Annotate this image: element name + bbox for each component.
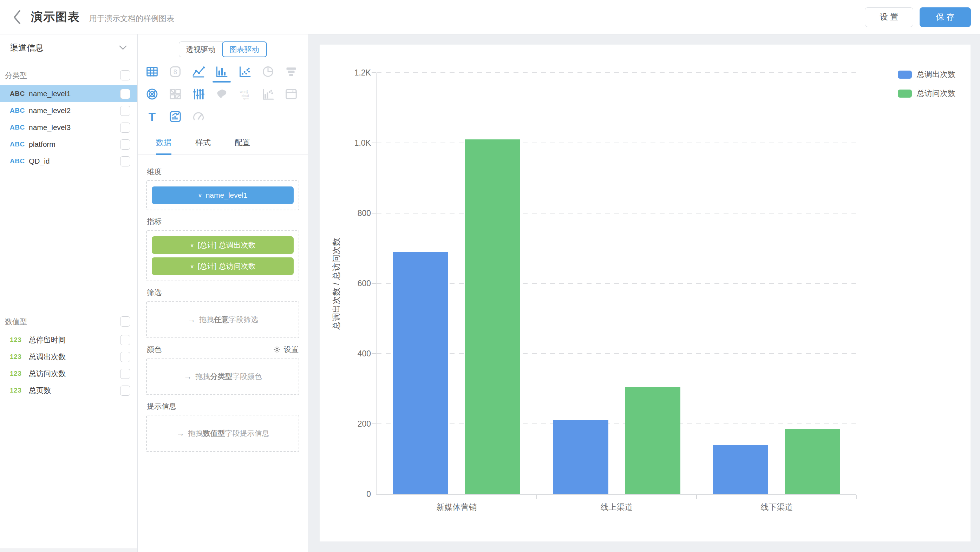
field-checkbox[interactable] [120,352,130,362]
tab-数据[interactable]: 数据 [156,137,172,155]
filter-shelf-label: 筛选 [147,288,162,297]
svg-text:8: 8 [173,68,177,75]
legend-item-总访问次数[interactable]: 总访问次数 [898,88,955,99]
line-chart-icon[interactable] [187,64,210,79]
field-type-badge: 123 [10,336,29,344]
field-checkbox[interactable] [120,122,130,133]
field-checkbox[interactable] [120,89,130,99]
color-settings-button[interactable]: 设置 [273,344,299,354]
table-icon[interactable] [140,64,164,79]
measure-chip[interactable]: ∨[总计] 总访问次数 [152,258,294,275]
back-button[interactable] [9,8,25,26]
measure-chip[interactable]: ∨[总计] 总调出次数 [152,236,294,254]
gridline [377,213,856,213]
radar-chart-icon[interactable] [140,87,164,102]
web-window-icon [280,87,303,102]
x-axis-line [376,494,856,495]
measure-shelf-label: 指标 [147,217,162,226]
x-category-label: 线上渠道 [537,502,697,513]
legend-label: 总访问次数 [917,88,955,99]
tab-配置[interactable]: 配置 [235,137,250,155]
field-checkbox[interactable] [120,369,130,379]
legend-swatch [898,89,912,98]
legend-item-总调出次数[interactable]: 总调出次数 [898,69,955,80]
dimension-shelf-label: 维度 [147,167,162,177]
field-checkbox[interactable] [120,385,130,396]
color-dropzone[interactable]: → 拖拽分类型字段颜色 [146,358,299,395]
tooltip-dropzone[interactable]: → 拖拽数值型字段提示信息 [146,415,299,452]
word-cloud-icon: wordcloudagileagile Bi [233,87,256,102]
chevron-down-icon [119,45,127,50]
y-tick-label: 800 [339,208,371,218]
driver-tab-图表驱动[interactable]: 图表驱动 [222,41,267,57]
y-axis-tick [372,72,376,73]
y-axis-tick [372,423,376,424]
filter-dropzone[interactable]: → 拖拽任意字段筛选 [146,301,299,338]
settings-button[interactable]: 设 置 [865,7,913,27]
dimension-chip[interactable]: ∨name_level1 [152,186,294,204]
tab-样式[interactable]: 样式 [195,137,211,155]
field-item-总访问次数[interactable]: 123总访问次数 [0,365,137,382]
field-item-name_level2[interactable]: ABCname_level2 [0,102,137,119]
field-name: 总页数 [29,385,120,395]
color-shelf-label: 颜色 [147,344,162,354]
field-sidebar: 渠道信息 分类型ABCname_level1ABCname_level2ABCn… [0,34,138,552]
field-checkbox[interactable] [120,335,130,345]
y-axis-tick [372,353,376,354]
field-item-name_level1[interactable]: ABCname_level1 [0,85,137,102]
field-name: 总停留时间 [29,335,120,345]
field-item-总页数[interactable]: 123总页数 [0,382,137,399]
arrow-right-icon: → [176,428,185,438]
app-window: 演示图表 用于演示文档的样例图表 设 置 保 存 渠道信息 分类型ABCname… [0,0,980,552]
bar-总调出次数-线下渠道[interactable] [713,445,768,494]
y-tick-label: 0 [339,490,371,499]
tooltip-shelf-label: 提示信息 [147,401,176,411]
field-type-badge: ABC [10,124,29,131]
x-axis-tick [696,495,697,499]
svg-text:cloud: cloud [242,94,249,98]
y-tick-label: 1.0K [339,138,371,148]
bar-总访问次数-线上渠道[interactable] [625,387,680,494]
section-checkbox[interactable] [120,317,130,326]
field-item-platform[interactable]: ABCplatform [0,136,137,153]
field-checkbox[interactable] [120,156,130,167]
combo-chart-icon [256,87,280,102]
bar-总调出次数-新媒体营销[interactable] [393,252,448,494]
dataset-name: 渠道信息 [10,42,43,53]
field-checkbox[interactable] [120,139,130,150]
field-type-badge: 123 [10,353,29,361]
field-name: platform [29,140,120,148]
x-category-label: 新媒体营销 [377,502,537,513]
y-tick-label: 600 [339,279,371,288]
section-dimension-fields: 分类型ABCname_level1ABCname_level2ABCname_l… [0,61,137,307]
number-card-icon: 8 [164,64,187,79]
text-icon[interactable]: T [140,109,164,124]
gear-icon [273,345,281,353]
section-checkbox[interactable] [120,70,130,80]
sidebar-scrollbar[interactable] [0,549,137,552]
dataset-selector[interactable]: 渠道信息 [0,34,137,61]
chart-legend: 总调出次数总访问次数 [898,69,955,99]
field-item-name_level3[interactable]: ABCname_level3 [0,119,137,136]
bar-总访问次数-新媒体营销[interactable] [465,139,520,494]
field-item-总调出次数[interactable]: 123总调出次数 [0,348,137,365]
bar-chart-icon[interactable] [210,64,233,79]
field-name: 总调出次数 [29,352,120,362]
kline-chart-icon[interactable] [187,87,210,102]
field-item-QD_id[interactable]: ABCQD_id [0,153,137,170]
gauge-chart-icon [187,109,210,124]
measure-dropzone[interactable]: ∨[总计] 总调出次数∨[总计] 总访问次数 [146,230,299,281]
bar-总调出次数-线上渠道[interactable] [553,420,608,494]
metric-card-icon[interactable] [164,109,187,124]
gridline [377,72,856,73]
driver-tab-透视驱动[interactable]: 透视驱动 [179,41,223,57]
field-item-总停留时间[interactable]: 123总停留时间 [0,331,137,348]
bar-总访问次数-线下渠道[interactable] [785,429,840,494]
scatter-chart-icon[interactable] [233,64,256,79]
chart-canvas-area: 总调出次数总访问次数 总调出次数 / 总访问次数 02004006008001.… [308,34,980,552]
field-name: name_level3 [29,123,120,132]
dimension-dropzone[interactable]: ∨name_level1 [146,180,299,210]
driver-toggle: 透视驱动图表驱动 [179,41,267,57]
save-button[interactable]: 保 存 [920,7,971,27]
field-checkbox[interactable] [120,106,130,116]
